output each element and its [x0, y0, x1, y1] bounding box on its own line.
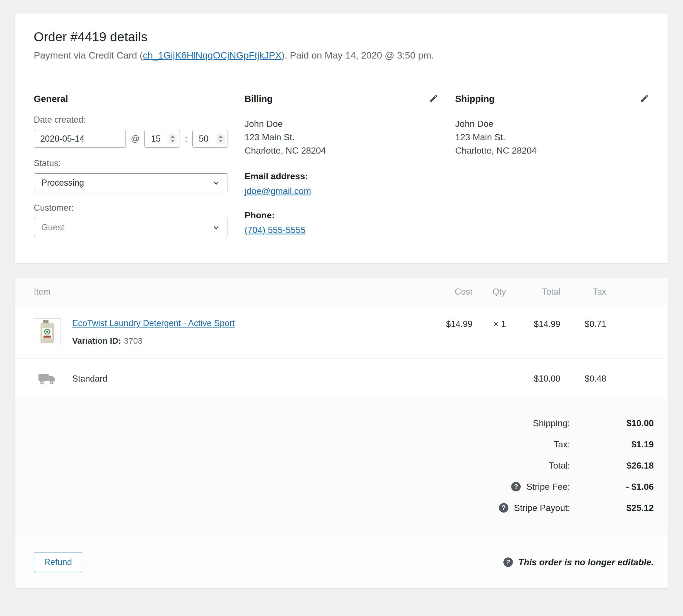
shipping-street: 123 Main St. [455, 130, 649, 144]
shipping-name: John Doe [455, 117, 649, 130]
shipping-method-name: Standard [72, 374, 422, 384]
status-select-value: Processing [41, 178, 84, 188]
total-row-shipping: Shipping: $10.00 [29, 413, 654, 434]
billing-address: John Doe 123 Main St. Charlotte, NC 2820… [244, 117, 439, 157]
product-total: $14.99 [510, 318, 560, 329]
payment-summary-suffix: ). Paid on May 14, 2020 @ 3:50 pm. [281, 50, 434, 61]
pencil-icon [429, 94, 439, 103]
customer-select-value: Guest [41, 222, 64, 233]
transaction-link[interactable]: ch_1GijK6HlNqqOCjNGpFtjkJPX [143, 50, 281, 61]
total-label: Shipping: [533, 418, 570, 428]
stepper-down-icon [170, 140, 175, 142]
time-separator: : [185, 134, 187, 144]
column-header-tax: Tax [567, 287, 606, 297]
column-header-total: Total [510, 287, 560, 297]
stepper-down-icon [218, 140, 223, 142]
email-link[interactable]: jdoe@gmail.com [244, 186, 311, 196]
product-row: EcoTwist Laundry Detergent - Active Spor… [15, 306, 668, 358]
billing-name: John Doe [244, 117, 439, 130]
refund-button[interactable]: Refund [34, 552, 82, 572]
order-items-panel: Item Cost Qty Total Tax EcoTwist Lau [15, 278, 668, 589]
total-value: - $1.06 [570, 482, 654, 492]
shipping-tax: $0.48 [567, 374, 606, 384]
total-label: Total: [549, 460, 570, 471]
total-row-stripe-payout: ? Stripe Payout: $25.12 [29, 497, 654, 519]
column-header-cost: Cost [422, 287, 472, 297]
order-locked-notice: ? This order is no longer editable. [504, 557, 654, 568]
total-value: $10.00 [570, 418, 654, 428]
billing-heading: Billing [244, 94, 273, 104]
help-icon[interactable]: ? [499, 503, 508, 512]
date-created-row: @ 15 : 50 [34, 130, 228, 148]
general-section: General Date created: @ 15 : [34, 94, 228, 237]
total-label: Tax: [554, 439, 570, 449]
billing-street: 123 Main St. [244, 130, 439, 144]
column-header-qty: Qty [479, 287, 506, 297]
status-label: Status: [34, 158, 228, 168]
email-label: Email address: [244, 171, 439, 181]
help-icon[interactable]: ? [511, 482, 521, 491]
hour-stepper[interactable] [168, 133, 177, 144]
date-created-label: Date created: [34, 115, 228, 125]
at-separator: @ [131, 134, 140, 144]
total-value: $1.19 [570, 439, 654, 449]
billing-section: Billing John Doe 123 Main St. Charlotte,… [244, 94, 439, 237]
order-data-panel: Order #4419 details Payment via Credit C… [15, 14, 668, 264]
detergent-bottle-image [37, 320, 57, 344]
hour-input[interactable]: 15 [145, 130, 180, 148]
edit-shipping-button[interactable] [640, 94, 649, 103]
payment-summary: Payment via Credit Card (ch_1GijK6HlNqqO… [34, 50, 649, 61]
total-label: Stripe Fee: [526, 482, 570, 492]
total-row-total: Total: $26.18 [29, 455, 654, 476]
page-title: Order #4419 details [34, 29, 649, 44]
shipping-city: Charlotte, NC 28204 [455, 144, 649, 157]
shipping-heading: Shipping [455, 94, 494, 104]
stepper-up-icon [170, 135, 175, 138]
edit-billing-button[interactable] [429, 94, 439, 103]
shipping-row: Standard $10.00 $0.48 [15, 358, 668, 399]
product-tax: $0.71 [567, 318, 606, 329]
hour-value: 15 [151, 134, 161, 144]
total-value: $26.18 [570, 460, 654, 471]
items-table-header: Item Cost Qty Total Tax [15, 278, 668, 306]
date-created-input[interactable] [34, 130, 126, 148]
chevron-down-icon [212, 223, 220, 232]
customer-select[interactable]: Guest [34, 218, 228, 237]
total-label: Stripe Payout: [514, 503, 570, 513]
product-info: EcoTwist Laundry Detergent - Active Spor… [72, 318, 422, 346]
shipping-total: $10.00 [510, 374, 560, 384]
help-icon[interactable]: ? [504, 557, 513, 567]
column-header-item: Item [34, 287, 422, 297]
variation-id-label: Variation ID: [72, 336, 121, 345]
shipping-address: John Doe 123 Main St. Charlotte, NC 2820… [455, 117, 649, 157]
product-name-link[interactable]: EcoTwist Laundry Detergent - Active Spor… [72, 318, 235, 328]
general-heading: General [34, 94, 68, 104]
billing-city: Charlotte, NC 28204 [244, 144, 439, 157]
customer-label: Customer: [34, 203, 228, 213]
product-qty: × 1 [479, 318, 506, 329]
order-details-page: Order #4419 details Payment via Credit C… [0, 0, 683, 600]
variation-id: Variation ID:3703 [72, 336, 422, 346]
product-thumbnail [34, 318, 61, 345]
payment-summary-prefix: Payment via Credit Card ( [34, 50, 143, 61]
chevron-down-icon [212, 179, 220, 187]
minute-stepper[interactable] [216, 133, 225, 144]
total-row-stripe-fee: ? Stripe Fee: - $1.06 [29, 476, 654, 497]
shipping-icon-wrap [34, 373, 61, 385]
phone-label: Phone: [244, 210, 439, 220]
phone-link[interactable]: (704) 555-5555 [244, 225, 306, 235]
status-select[interactable]: Processing [34, 173, 228, 192]
total-row-tax: Tax: $1.19 [29, 434, 654, 455]
minute-input[interactable]: 50 [192, 130, 228, 148]
order-actions-footer: Refund ? This order is no longer editabl… [15, 536, 668, 588]
total-value: $25.12 [570, 503, 654, 513]
order-totals: Shipping: $10.00 Tax: $1.19 Total: $26.1… [15, 399, 668, 536]
variation-id-value: 3703 [124, 336, 143, 345]
stepper-up-icon [218, 135, 223, 138]
product-cost: $14.99 [422, 318, 472, 329]
pencil-icon [640, 94, 649, 103]
minute-value: 50 [199, 134, 208, 144]
order-data-columns: General Date created: @ 15 : [34, 94, 649, 237]
shipping-section: Shipping John Doe 123 Main St. Charlotte… [455, 94, 649, 237]
truck-icon [39, 373, 56, 385]
